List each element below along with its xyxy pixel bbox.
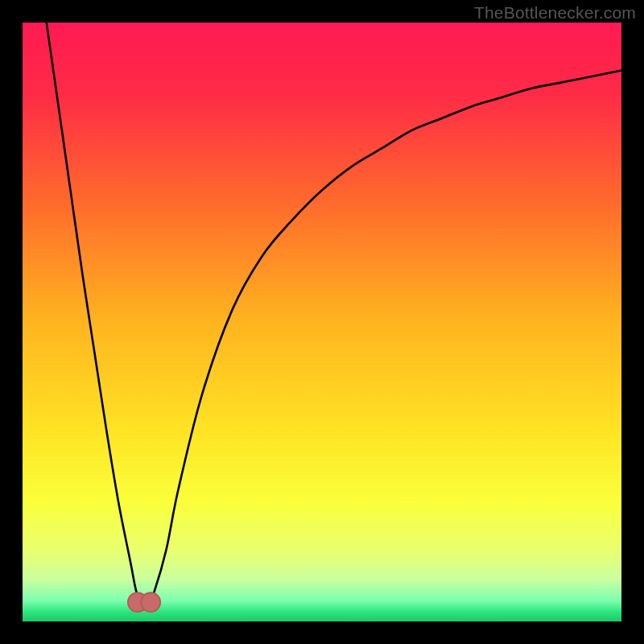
curve-layer (23, 23, 621, 621)
curve-markers (128, 592, 160, 612)
watermark-text: TheBottlenecker.com (474, 3, 636, 23)
curve-marker (141, 592, 160, 612)
chart-frame: TheBottlenecker.com (0, 0, 644, 644)
plot-area (23, 23, 621, 621)
bottleneck-curve (47, 23, 621, 605)
